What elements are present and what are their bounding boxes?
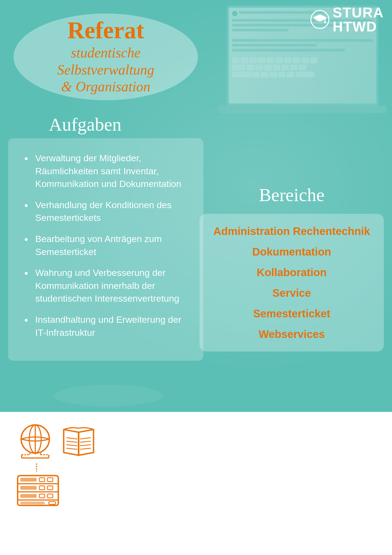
computer-server-icon	[16, 474, 60, 507]
laptop-base	[219, 106, 387, 113]
screen-line	[232, 44, 317, 47]
globe-icon	[16, 423, 54, 461]
svg-line-23	[80, 448, 91, 449]
svg-line-19	[66, 448, 77, 449]
page-title-referat: Referat	[67, 18, 144, 42]
bereiche-item-1: Administration Rechentechnik	[208, 225, 376, 238]
bottom-section	[0, 412, 392, 555]
top-section: STURA HTWD Referat studentische Selbstve…	[0, 0, 392, 412]
tasks-box: Verwaltung der Mitglieder, Räumlichkeite…	[8, 138, 203, 361]
keyboard-row	[232, 72, 373, 78]
keyboard-row	[232, 64, 373, 70]
bereiche-section: Bereiche Administration Rechentechnik Do…	[200, 184, 384, 351]
screen-circle	[232, 11, 237, 16]
bereiche-item-5: Semesterticket	[208, 307, 376, 320]
page-title-subtitle: studentische Selbstverwaltung & Organisa…	[22, 44, 190, 95]
task-item-3: Bearbeitung von Anträgen zum Semestertic…	[24, 233, 190, 258]
svg-rect-38	[20, 502, 45, 504]
connector-area	[16, 463, 98, 472]
screen-line	[232, 39, 373, 42]
svg-line-21	[80, 441, 91, 442]
svg-rect-36	[39, 494, 45, 498]
book-icon	[60, 423, 98, 461]
svg-line-20	[80, 438, 91, 439]
svg-line-17	[66, 441, 77, 442]
server-icon-wrapper	[16, 474, 98, 508]
svg-rect-2	[324, 18, 326, 22]
svg-line-18	[66, 445, 77, 446]
task-item-5: Instandhaltung und Erweiterung der IT-In…	[24, 313, 190, 339]
task-item-4: Wahrung und Verbesserung der Kommunikati…	[24, 266, 190, 305]
logo-text: STURA HTWD	[333, 5, 384, 34]
tasks-list: Verwaltung der Mitglieder, Räumlichkeite…	[24, 152, 190, 339]
bereiche-item-6: Webservices	[208, 328, 376, 341]
svg-point-3	[324, 22, 326, 23]
svg-rect-37	[47, 494, 53, 498]
laptop-bottom-decoration	[54, 385, 163, 406]
bereiche-item-2: Dokumentation	[208, 245, 376, 258]
screen-line	[232, 49, 345, 51]
svg-rect-29	[20, 478, 37, 482]
htwd-label: HTWD	[333, 20, 384, 34]
keyboard-row	[232, 57, 373, 63]
bereiche-item-4: Service	[208, 286, 376, 299]
svg-line-22	[80, 445, 91, 446]
svg-rect-32	[20, 486, 37, 490]
task-item-1: Verwaltung der Mitglieder, Räumlichkeite…	[24, 152, 190, 191]
bereiche-box: Administration Rechentechnik Dokumentati…	[200, 214, 384, 351]
svg-rect-33	[39, 486, 45, 490]
bereiche-item-3: Kollaboration	[208, 266, 376, 279]
screen-line	[232, 29, 288, 31]
logo: STURA HTWD	[310, 5, 384, 34]
svg-rect-30	[39, 478, 45, 482]
aufgaben-heading: Aufgaben	[49, 114, 121, 135]
icon-row-top	[16, 423, 98, 461]
svg-rect-34	[47, 486, 53, 490]
svg-rect-39	[49, 502, 56, 504]
stura-logo-icon	[310, 10, 329, 29]
svg-line-16	[66, 438, 77, 439]
svg-rect-35	[20, 494, 37, 498]
stura-label: STURA	[333, 5, 384, 20]
svg-rect-31	[47, 478, 53, 482]
icon-group	[16, 423, 98, 508]
bereiche-heading: Bereiche	[200, 184, 384, 206]
title-oval: Referat studentische Selbstverwaltung & …	[14, 14, 198, 100]
connector-line	[34, 463, 39, 472]
task-item-2: Verhandlung der Konditionen des Semester…	[24, 199, 190, 224]
